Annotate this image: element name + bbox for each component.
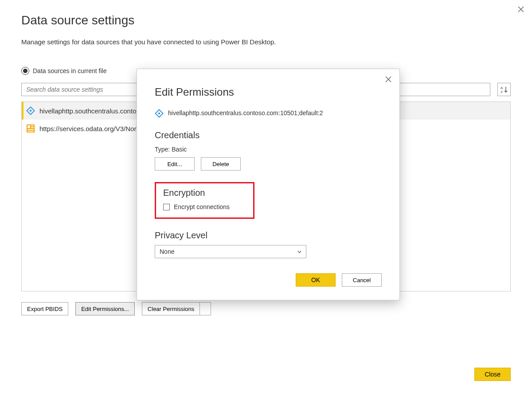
svg-rect-5	[27, 125, 30, 128]
encryption-heading: Encryption	[163, 188, 246, 198]
credentials-heading: Credentials	[155, 130, 382, 140]
encrypt-connections-checkbox[interactable]	[163, 204, 170, 210]
page-title: Data source settings	[21, 13, 511, 27]
dialog-title: Edit Permissions	[155, 86, 382, 98]
svg-rect-6	[31, 125, 34, 126]
clear-permissions-dropdown[interactable]	[200, 302, 211, 315]
privacy-level-select[interactable]: None	[155, 245, 306, 258]
privacy-level-value: None	[160, 248, 174, 255]
chevron-down-icon	[297, 250, 301, 254]
close-button[interactable]: Close	[474, 368, 511, 381]
credentials-edit-button[interactable]: Edit...	[155, 157, 195, 171]
radio-icon	[21, 67, 29, 75]
edit-permissions-button[interactable]: Edit Permissions...	[75, 302, 135, 315]
dialog-source-label: hivellaphttp.southcentralus.contoso.com:…	[168, 109, 323, 117]
odata-icon	[26, 124, 35, 133]
sort-button[interactable]: A Z	[497, 83, 511, 96]
credentials-delete-button[interactable]: Delete	[201, 157, 241, 171]
ok-button[interactable]: OK	[296, 273, 336, 287]
page-subtitle: Manage settings for data sources that yo…	[21, 38, 511, 46]
clear-permissions-split-button[interactable]: Clear Permissions	[142, 302, 211, 315]
radio-label: Data sources in current file	[33, 67, 107, 74]
edit-permissions-dialog: Edit Permissions hivellaphttp.southcentr…	[137, 69, 400, 300]
dialog-close-icon[interactable]	[385, 76, 391, 82]
clear-permissions-button[interactable]: Clear Permissions	[142, 302, 200, 315]
svg-rect-9	[27, 131, 34, 132]
data-source-icon	[155, 109, 164, 117]
encryption-section-highlight: Encryption Encrypt connections	[155, 182, 254, 219]
privacy-level-heading: Privacy Level	[155, 230, 382, 241]
data-source-icon	[26, 106, 35, 115]
svg-rect-11	[158, 112, 160, 115]
export-pbids-button[interactable]: Export PBIDS	[21, 302, 68, 315]
encrypt-connections-label: Encrypt connections	[174, 203, 230, 210]
sort-az-icon: A Z	[500, 85, 508, 93]
svg-rect-7	[31, 127, 34, 128]
svg-text:A: A	[501, 86, 503, 90]
svg-rect-8	[27, 129, 34, 130]
svg-rect-3	[29, 109, 32, 112]
credentials-type-label: Type: Basic	[155, 146, 382, 153]
cancel-button[interactable]: Cancel	[342, 273, 382, 287]
svg-text:Z: Z	[501, 90, 503, 93]
